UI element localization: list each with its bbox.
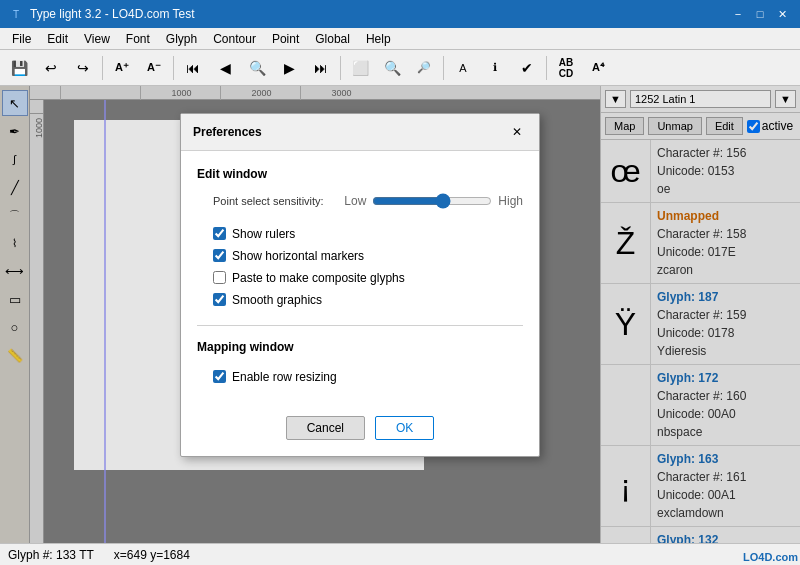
toolbar: 💾 ↩ ↪ A⁺ A⁻ ⏮ ◀ 🔍 ▶ ⏭ ⬜ 🔍 🔎 A ℹ ✔ ABCD A… xyxy=(0,50,800,86)
validate-button[interactable]: ✔ xyxy=(512,54,542,82)
menu-bar: File Edit View Font Glyph Contour Point … xyxy=(0,28,800,50)
toolbar-separator-4 xyxy=(443,56,444,80)
paste-composite-checkbox[interactable] xyxy=(213,271,226,284)
redo-button[interactable]: ↪ xyxy=(68,54,98,82)
dialog-title-bar: Preferences ✕ xyxy=(181,114,539,151)
show-rulers-checkbox[interactable] xyxy=(213,227,226,240)
status-bar: Glyph #: 133 TT x=649 y=1684 LO4D.com xyxy=(0,543,800,565)
font-info-button[interactable]: A xyxy=(448,54,478,82)
glyph-info-button[interactable]: ℹ xyxy=(480,54,510,82)
select-all-button[interactable]: ⬜ xyxy=(345,54,375,82)
enable-row-row: Enable row resizing xyxy=(197,366,523,388)
minimize-button[interactable]: − xyxy=(728,4,748,24)
sensitivity-label: Point select sensitivity: xyxy=(213,195,336,207)
prev-button[interactable]: ◀ xyxy=(210,54,240,82)
edit-window-section-title: Edit window xyxy=(197,167,523,181)
watermark: LO4D.com xyxy=(743,551,798,563)
first-button[interactable]: ⏮ xyxy=(178,54,208,82)
menu-view[interactable]: View xyxy=(76,30,118,48)
app-icon: T xyxy=(8,6,24,22)
smooth-graphics-label: Smooth graphics xyxy=(232,293,322,307)
decrease-size-button[interactable]: A⁻ xyxy=(139,54,169,82)
position-status: x=649 y=1684 xyxy=(114,548,190,562)
zoom-out-button[interactable]: 🔎 xyxy=(409,54,439,82)
smooth-graphics-row: Smooth graphics xyxy=(197,289,523,311)
undo-button[interactable]: ↩ xyxy=(36,54,66,82)
glyph-status: Glyph #: 133 TT xyxy=(8,548,94,562)
sensitivity-slider[interactable] xyxy=(372,193,492,209)
menu-point[interactable]: Point xyxy=(264,30,307,48)
dialog-overlay: Preferences ✕ Edit window Point select s… xyxy=(0,86,800,543)
preferences-dialog: Preferences ✕ Edit window Point select s… xyxy=(180,113,540,457)
cancel-button[interactable]: Cancel xyxy=(286,416,365,440)
close-button[interactable]: ✕ xyxy=(772,4,792,24)
next-button[interactable]: ▶ xyxy=(274,54,304,82)
menu-font[interactable]: Font xyxy=(118,30,158,48)
menu-glyph[interactable]: Glyph xyxy=(158,30,205,48)
show-horiz-checkbox[interactable] xyxy=(213,249,226,262)
maximize-button[interactable]: □ xyxy=(750,4,770,24)
menu-help[interactable]: Help xyxy=(358,30,399,48)
enable-row-label: Enable row resizing xyxy=(232,370,337,384)
toolbar-separator-5 xyxy=(546,56,547,80)
menu-global[interactable]: Global xyxy=(307,30,358,48)
dialog-title-text: Preferences xyxy=(193,125,262,139)
window-title: Type light 3.2 - LO4D.com Test xyxy=(30,7,728,21)
menu-edit[interactable]: Edit xyxy=(39,30,76,48)
slider-high-label: High xyxy=(498,194,523,208)
save-button[interactable]: 💾 xyxy=(4,54,34,82)
menu-contour[interactable]: Contour xyxy=(205,30,264,48)
mapping-button[interactable]: ABCD xyxy=(551,54,581,82)
ok-button[interactable]: OK xyxy=(375,416,434,440)
last-button[interactable]: ⏭ xyxy=(306,54,336,82)
mapping-window-section-title: Mapping window xyxy=(197,340,523,354)
smooth-graphics-checkbox[interactable] xyxy=(213,293,226,306)
show-rulers-label: Show rulers xyxy=(232,227,295,241)
show-horiz-row: Show horizontal markers xyxy=(197,245,523,267)
dialog-close-button[interactable]: ✕ xyxy=(507,122,527,142)
enable-row-checkbox[interactable] xyxy=(213,370,226,383)
title-bar-controls: − □ ✕ xyxy=(728,4,792,24)
zoom-in-button[interactable]: 🔍 xyxy=(377,54,407,82)
export-button[interactable]: A⁴ xyxy=(583,54,613,82)
dialog-body: Edit window Point select sensitivity: Lo… xyxy=(181,151,539,404)
main-area: ↖ ✒ ∫ ╱ ⌒ ⌇ ⟷ ▭ ○ 📏 1000 2000 3000 1000 xyxy=(0,86,800,543)
paste-composite-label: Paste to make composite glyphs xyxy=(232,271,405,285)
slider-low-label: Low xyxy=(344,194,366,208)
sensitivity-row: Point select sensitivity: Low High xyxy=(197,193,523,209)
show-rulers-row: Show rulers xyxy=(197,223,523,245)
title-bar: T Type light 3.2 - LO4D.com Test − □ ✕ xyxy=(0,0,800,28)
toolbar-separator-3 xyxy=(340,56,341,80)
menu-file[interactable]: File xyxy=(4,30,39,48)
increase-size-button[interactable]: A⁺ xyxy=(107,54,137,82)
show-horiz-label: Show horizontal markers xyxy=(232,249,364,263)
dialog-footer: Cancel OK xyxy=(181,404,539,456)
slider-labels: Low High xyxy=(344,193,523,209)
section-separator xyxy=(197,325,523,326)
toolbar-separator-1 xyxy=(102,56,103,80)
find-button[interactable]: 🔍 xyxy=(242,54,272,82)
toolbar-separator-2 xyxy=(173,56,174,80)
paste-composite-row: Paste to make composite glyphs xyxy=(197,267,523,289)
